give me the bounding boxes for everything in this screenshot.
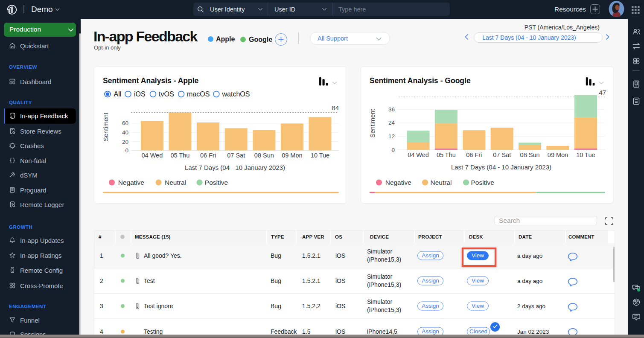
svg-text:10 Tue: 10 Tue	[576, 152, 595, 158]
svg-text:0: 0	[391, 147, 395, 153]
svg-text:Neutral: Neutral	[165, 179, 186, 186]
svg-text:04 Wed: 04 Wed	[408, 152, 429, 158]
svg-text:06 Fri: 06 Fri	[200, 152, 216, 159]
svg-text:20: 20	[122, 139, 128, 145]
svg-text:Negative: Negative	[118, 179, 144, 186]
svg-text:09 Mon: 09 Mon	[548, 152, 568, 158]
svg-text:Positive: Positive	[471, 179, 494, 186]
svg-text:08 Sun: 08 Sun	[520, 152, 540, 158]
svg-text:Neutral: Neutral	[431, 179, 452, 186]
svg-text:0: 0	[125, 147, 128, 154]
svg-text:07 Sat: 07 Sat	[493, 152, 511, 158]
svg-text:12: 12	[388, 133, 395, 140]
svg-text:04 Wed: 04 Wed	[142, 152, 163, 159]
svg-text:08 Sun: 08 Sun	[254, 152, 274, 159]
svg-text:47: 47	[599, 89, 606, 96]
svg-text:05 Thu: 05 Thu	[437, 152, 456, 158]
svg-text:06 Fri: 06 Fri	[466, 152, 482, 158]
svg-text:40: 40	[122, 129, 128, 136]
svg-text:84: 84	[332, 104, 339, 111]
svg-text:Sentiment: Sentiment	[369, 108, 376, 137]
svg-text:10 Tue: 10 Tue	[311, 152, 329, 159]
svg-text:Sentiment: Sentiment	[102, 112, 109, 141]
svg-text:60: 60	[122, 120, 128, 126]
svg-text:Negative: Negative	[385, 179, 411, 186]
svg-text:09 Mon: 09 Mon	[282, 152, 302, 159]
svg-text:07 Sat: 07 Sat	[227, 152, 245, 159]
svg-text:Positive: Positive	[205, 179, 228, 186]
svg-text:Last 7 Days (04 - 10 January 2: Last 7 Days (04 - 10 January 2023)	[185, 164, 285, 171]
svg-text:36: 36	[388, 106, 395, 113]
svg-text:24: 24	[388, 119, 395, 126]
svg-text:Last 7 Days (04 - 10 January 2: Last 7 Days (04 - 10 January 2023)	[451, 163, 551, 171]
svg-text:05 Thu: 05 Thu	[171, 152, 190, 159]
